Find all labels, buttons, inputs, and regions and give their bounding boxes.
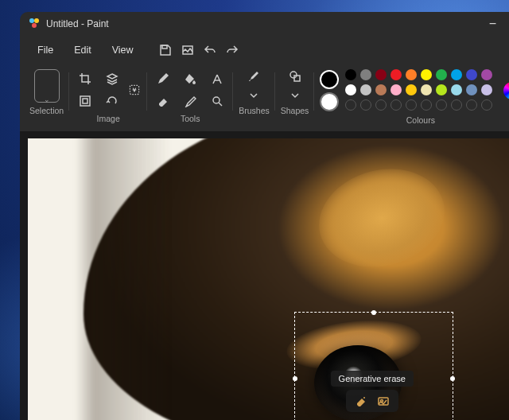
palette-swatch[interactable] <box>436 84 447 95</box>
group-label: Selection <box>29 106 64 115</box>
group-brushes: Brushes <box>239 69 270 125</box>
palette-swatch[interactable] <box>360 69 371 80</box>
colour-palette <box>345 69 494 112</box>
svg-point-2 <box>32 23 37 28</box>
dropdown-icon[interactable] <box>288 88 302 103</box>
palette-swatch[interactable] <box>375 84 387 95</box>
palette-swatch[interactable] <box>345 84 356 95</box>
dropdown-icon[interactable] <box>247 88 261 103</box>
picker-icon[interactable] <box>183 94 197 108</box>
palette-swatch-empty[interactable] <box>451 99 462 111</box>
group-label: Image <box>97 114 120 123</box>
svg-point-7 <box>213 97 220 103</box>
group-colours: Colours <box>320 69 509 125</box>
context-tooltip: Generative erase <box>331 371 414 412</box>
canvas[interactable]: Generative erase <box>28 138 509 420</box>
colour-secondary[interactable] <box>320 92 339 111</box>
svg-point-10 <box>363 397 365 399</box>
colour-primary[interactable] <box>320 70 339 89</box>
title-bar: Untitled - Paint − <box>20 12 509 36</box>
group-shapes: Shapes <box>281 69 309 125</box>
palette-swatch-empty[interactable] <box>375 99 387 111</box>
palette-swatch-empty[interactable] <box>360 99 371 111</box>
edit-colours-button[interactable] <box>503 82 509 99</box>
group-label: Tools <box>181 114 200 123</box>
palette-swatch-empty[interactable] <box>406 99 417 111</box>
svg-point-1 <box>34 18 39 23</box>
palette-swatch[interactable] <box>436 69 447 80</box>
palette-swatch[interactable] <box>466 84 477 95</box>
app-icon <box>28 17 41 32</box>
menu-view[interactable]: View <box>103 41 143 60</box>
palette-swatch[interactable] <box>360 84 371 95</box>
background-remove-icon[interactable] <box>376 394 390 408</box>
svg-rect-3 <box>162 45 167 49</box>
layers-icon[interactable] <box>105 72 119 86</box>
redo-icon[interactable] <box>226 44 239 56</box>
group-selection: Selection <box>29 69 64 125</box>
menu-file[interactable]: File <box>28 41 63 60</box>
palette-swatch[interactable] <box>390 69 402 80</box>
palette-swatch-empty[interactable] <box>390 99 402 111</box>
select-button[interactable] <box>34 69 60 103</box>
palette-swatch-empty[interactable] <box>481 99 492 111</box>
palette-swatch-empty[interactable] <box>421 99 432 111</box>
palette-swatch[interactable] <box>406 84 417 95</box>
canvas-area: Generative erase <box>20 132 509 420</box>
tooltip-label: Generative erase <box>331 371 414 387</box>
text-icon[interactable] <box>210 72 224 86</box>
palette-swatch[interactable] <box>466 69 477 80</box>
generative-erase-icon[interactable] <box>354 394 368 408</box>
palette-swatch[interactable] <box>451 69 462 80</box>
rotate-icon[interactable] <box>105 94 119 108</box>
palette-swatch[interactable] <box>345 69 356 80</box>
svg-rect-9 <box>294 76 300 81</box>
resize-icon[interactable] <box>78 94 92 108</box>
import-icon[interactable] <box>181 44 194 56</box>
minimize-button[interactable]: − <box>484 17 501 31</box>
magnifier-icon[interactable] <box>210 94 224 108</box>
palette-swatch-empty[interactable] <box>345 99 356 111</box>
palette-swatch[interactable] <box>451 84 462 95</box>
palette-swatch[interactable] <box>421 84 432 95</box>
palette-swatch-empty[interactable] <box>436 99 447 111</box>
palette-swatch-empty[interactable] <box>466 99 477 111</box>
ribbon: Selection Image <box>20 64 509 132</box>
group-tools: Tools <box>153 69 227 125</box>
ai-icon[interactable] <box>127 83 142 97</box>
palette-swatch[interactable] <box>375 69 387 80</box>
menu-bar: File Edit View <box>20 36 509 64</box>
group-label: Brushes <box>239 106 270 115</box>
save-icon[interactable] <box>159 44 172 56</box>
eraser-icon[interactable] <box>156 94 170 108</box>
palette-swatch[interactable] <box>421 69 432 80</box>
group-label: Shapes <box>281 106 309 115</box>
svg-point-0 <box>29 18 34 23</box>
pencil-icon[interactable] <box>156 72 170 86</box>
paint-window: Untitled - Paint − File Edit View Select… <box>20 12 509 420</box>
palette-swatch[interactable] <box>481 84 492 95</box>
window-title: Untitled - Paint <box>46 18 109 29</box>
brush-icon[interactable] <box>247 69 261 84</box>
svg-point-8 <box>290 72 297 78</box>
group-label: Colours <box>406 115 435 125</box>
resize-handle[interactable] <box>371 310 376 315</box>
svg-rect-5 <box>80 96 90 106</box>
palette-swatch[interactable] <box>481 69 492 80</box>
undo-icon[interactable] <box>204 44 216 56</box>
crop-icon[interactable] <box>78 72 92 86</box>
fill-icon[interactable] <box>183 72 197 86</box>
group-image: Image <box>75 69 142 125</box>
menu-edit[interactable]: Edit <box>64 41 101 60</box>
palette-swatch[interactable] <box>406 69 417 80</box>
palette-swatch[interactable] <box>390 84 402 95</box>
shapes-icon[interactable] <box>288 69 302 84</box>
